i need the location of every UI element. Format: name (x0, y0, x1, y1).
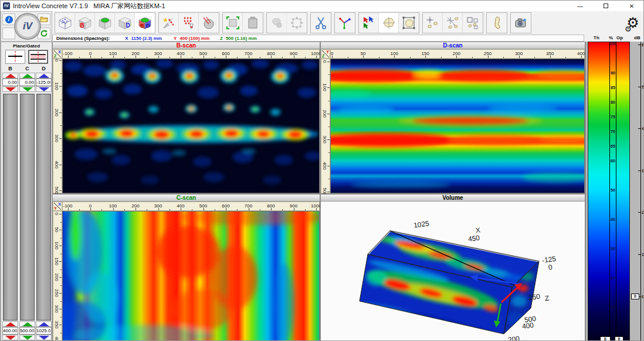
threshold-bottom-marker[interactable]: 0 (600, 336, 611, 341)
region-button[interactable] (379, 13, 399, 33)
scissors-button[interactable] (311, 13, 331, 33)
window-controls: — ✕ (567, 1, 644, 11)
b-slider-track[interactable] (3, 94, 18, 320)
dscan-image[interactable] (330, 59, 585, 193)
db-tick-mark (638, 128, 640, 129)
d-top-down-button[interactable] (36, 86, 52, 92)
c-top-value[interactable] (19, 79, 35, 86)
cscan-y-axis: 050100150200250300350400 (53, 211, 62, 341)
d-top-up-button[interactable] (36, 73, 52, 79)
b-top-up-button[interactable] (2, 73, 18, 79)
tick-mark (328, 74, 330, 75)
d-bottom-value[interactable] (36, 327, 52, 335)
d-bottom-down-button[interactable] (36, 335, 52, 340)
tick-mark (60, 333, 62, 333)
volume-view[interactable]: 1025X450-1250250Z500400200 (321, 202, 585, 341)
opacity-divider-line[interactable] (616, 42, 616, 341)
points-move-button[interactable] (443, 13, 463, 33)
scale-label: 4 (642, 127, 644, 131)
maximize-icon (604, 4, 608, 8)
region-frame-button[interactable] (399, 13, 419, 33)
dscan-corner: Y Z (321, 49, 330, 59)
c-top-up-button[interactable] (19, 73, 35, 79)
settings-button[interactable]: ⚙ ⚙ (622, 12, 643, 34)
ray-pick-button[interactable] (159, 13, 179, 33)
gated-mode-button[interactable] (28, 50, 48, 64)
bscan-cube-button[interactable]: B (75, 13, 95, 33)
tick-mark (328, 127, 330, 127)
tick-mark (565, 57, 566, 58)
db-axis-line (640, 42, 641, 341)
tick-label: 300 (54, 305, 59, 312)
color-scale: 100908580757065605040302010 6543210 0 0 … (585, 42, 644, 341)
tick-mark (294, 56, 294, 58)
move-arrows-button[interactable] (287, 13, 307, 33)
c-bottom-value[interactable] (19, 327, 35, 335)
cscan-cube-button[interactable] (95, 13, 115, 33)
fit-selection-button[interactable] (223, 13, 243, 33)
dscan-cube-button[interactable]: D (115, 13, 135, 33)
cscan-image[interactable] (62, 211, 320, 341)
svg-text:D: D (146, 23, 150, 29)
d-bottom-up-button[interactable] (36, 321, 52, 327)
foot-group (486, 12, 507, 33)
polyline-button[interactable] (335, 13, 355, 33)
point-cloud-button[interactable] (179, 13, 199, 33)
tick-mark (124, 209, 125, 210)
b-bottom-down-button[interactable] (2, 335, 18, 340)
tick-mark (158, 56, 159, 58)
d-slider-track[interactable] (36, 94, 51, 320)
camera-button[interactable] (511, 13, 531, 33)
dim-x-value: 1150 (2.3) mm (131, 36, 161, 41)
tick-mark (147, 57, 147, 58)
transform-button[interactable] (267, 13, 287, 33)
tick-mark (59, 138, 62, 139)
move-arrows-icon (289, 15, 304, 30)
plane-mode-button[interactable] (5, 50, 25, 64)
foot-button[interactable] (487, 13, 507, 33)
opacity-bottom-marker[interactable]: 0 (615, 336, 623, 341)
b-top-value[interactable] (2, 79, 18, 86)
minimize-button[interactable]: — (567, 1, 593, 11)
app-window: iV IntroView Concrete V7.1.9 MIRA 厂家网站数据… (0, 0, 644, 341)
sphere-button[interactable] (199, 13, 219, 33)
maximize-button[interactable] (593, 1, 619, 11)
slider-column-c: C (19, 66, 35, 341)
db-zero-marker[interactable]: 0 (631, 294, 639, 299)
points-copy-button[interactable] (463, 13, 483, 33)
tick-mark (379, 57, 379, 58)
d-top-value[interactable] (36, 79, 52, 86)
b-top-down-button[interactable] (2, 86, 18, 92)
info-button[interactable]: i (2, 13, 15, 25)
c-top-down-button[interactable] (19, 86, 35, 92)
tick-mark (59, 293, 62, 294)
dimensions-label: Dimensions (Spacings): (56, 36, 110, 41)
cut-group (310, 12, 331, 33)
panel-view-button[interactable] (243, 13, 263, 33)
volume-cube-button[interactable] (55, 13, 75, 33)
tick-mark (327, 166, 330, 166)
tick-label: 150 (54, 257, 59, 265)
cscan-x-axis: -10001002003004005006007008009001000 (62, 202, 320, 211)
color-gradient-bar[interactable] (588, 42, 630, 341)
tick-mark (271, 208, 272, 210)
tick-mark (60, 285, 62, 286)
svg-text:B: B (140, 23, 144, 29)
c-slider-track[interactable] (20, 94, 35, 320)
b-bottom-value[interactable] (2, 327, 18, 335)
c-bottom-down-button[interactable] (19, 335, 35, 340)
cursors-button[interactable] (359, 13, 379, 33)
points-region-button[interactable] (423, 13, 443, 33)
tick-mark (472, 57, 473, 58)
cscan-vaxis-label: Y (54, 206, 57, 210)
c-bottom-up-button[interactable] (19, 321, 35, 327)
tick-mark (328, 152, 330, 153)
close-button[interactable]: ✕ (619, 1, 644, 11)
dim-x-axis: X (125, 36, 128, 41)
all-views-cube-button[interactable]: BD (135, 13, 155, 33)
info-icon: i (5, 16, 13, 23)
b-bottom-up-button[interactable] (2, 321, 18, 327)
bscan-image[interactable] (62, 59, 320, 193)
threshold-divider-line[interactable] (609, 42, 610, 341)
blank-button[interactable] (2, 28, 15, 39)
